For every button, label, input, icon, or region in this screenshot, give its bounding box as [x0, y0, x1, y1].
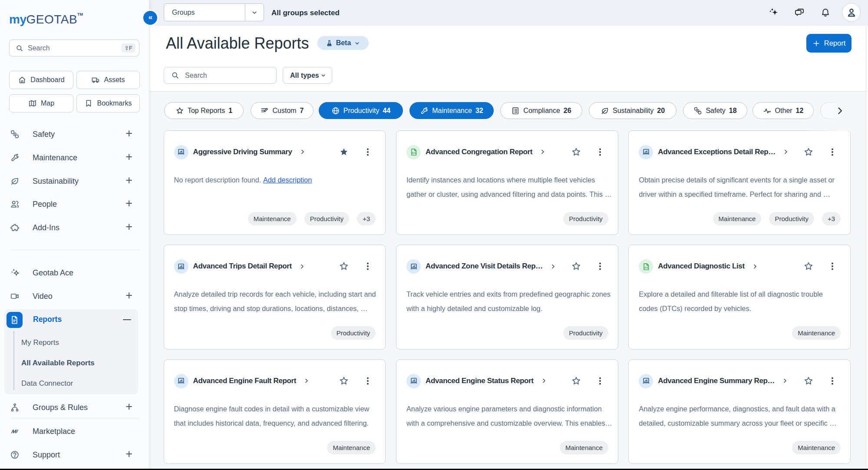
svg-text:XLS: XLS — [644, 267, 648, 269]
svg-text:XLS: XLS — [412, 152, 416, 155]
